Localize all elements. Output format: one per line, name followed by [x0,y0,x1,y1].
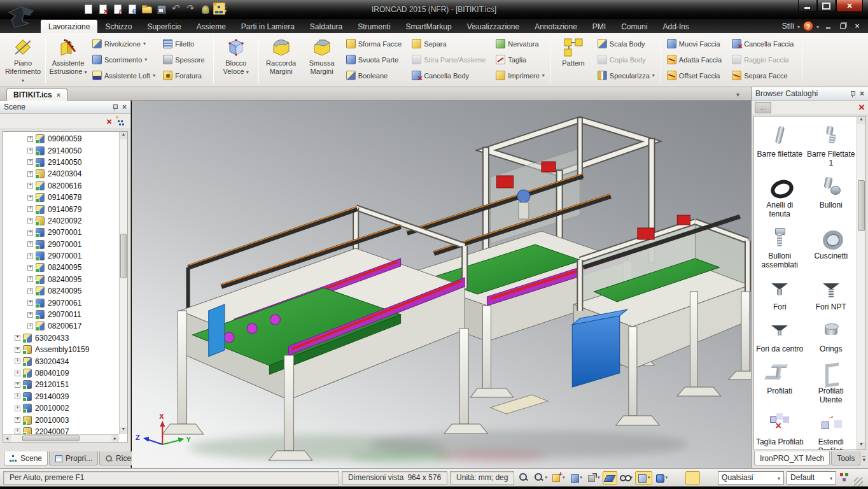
ribbon-small-button[interactable]: Foratura [161,69,209,82]
scroll-left-icon[interactable] [3,435,11,442]
expand-icon[interactable] [15,335,20,341]
status-tool-button[interactable]: ▾ [550,471,567,485]
expand-icon[interactable] [27,276,33,282]
tree-item[interactable]: 09140679 [3,203,119,215]
tree-item[interactable]: 09060059 [3,133,119,145]
scene-horizontal-scrollbar[interactable] [3,434,119,442]
scroll-right-icon[interactable] [111,435,119,442]
tree-item[interactable]: 20010003 [3,414,119,425]
catalog-item[interactable]: Fori NPT [806,273,857,315]
catalog-item[interactable]: Bulloni assemblati [754,222,806,273]
scene-vertical-scrollbar[interactable] [119,132,127,434]
expand-icon[interactable] [15,358,20,364]
tree-item[interactable]: 29070001 [3,250,119,262]
quick-access-icon[interactable] [155,3,167,15]
tree-filter-icon[interactable] [117,118,125,125]
catalog-vertical-scrollbar[interactable] [857,117,865,450]
styles-button[interactable]: Stili [782,22,794,31]
ribbon-small-button[interactable]: Adatta Faccia [665,53,726,66]
expand-icon[interactable] [27,159,33,165]
tree-item[interactable]: 29140050 [3,145,119,156]
tree-item[interactable]: 08240095 [3,285,119,297]
ribbon-tab[interactable]: Strumenti [350,20,398,33]
maximize-button[interactable] [817,0,836,12]
panel-tab[interactable]: Scene [4,451,48,465]
catalog-item[interactable]: Barre filettate [754,120,806,171]
chevron-down-icon[interactable] [778,473,780,482]
quick-access-icon[interactable] [111,3,123,15]
smussa-margini-button[interactable]: SmussaMargini [302,34,342,85]
catalog-tab[interactable]: Tools [831,451,860,465]
ribbon-tab[interactable]: Superficie [139,20,188,33]
ribbon-small-button[interactable]: Nervatura [494,37,547,50]
ribbon-small-button[interactable]: Filetto [161,37,209,50]
ribbon-small-button[interactable]: Cancella Body [410,69,490,82]
expand-icon[interactable] [27,253,33,259]
tree-item[interactable]: 63020433 [3,332,119,344]
tree-item[interactable]: 29120151 [3,379,119,390]
ribbon-small-button[interactable]: Muovi Faccia [665,37,726,50]
ribbon-small-button[interactable]: Assistente Loft▾ [90,69,157,82]
expand-icon[interactable] [27,148,33,153]
catalog-item[interactable]: Barre Filettate 1 [806,120,857,171]
doc-minimize-button[interactable] [822,22,834,31]
ribbon-small-button[interactable]: Raggio Faccia [730,53,798,66]
scroll-up-icon[interactable] [857,117,865,124]
close-button[interactable] [836,0,863,12]
catalog-item[interactable]: Orings [806,315,857,357]
status-tool-button[interactable]: ▾ [568,471,585,485]
catalog-back-icon[interactable] [755,102,771,113]
styles-dropdown-icon[interactable] [797,22,800,31]
catalog-item[interactable]: Fori [754,273,806,315]
quick-access-icon[interactable] [140,3,152,15]
ribbon-tab[interactable]: Visualizzazione [459,20,528,33]
status-tool-button[interactable]: ▾ [635,471,652,485]
scroll-down-icon[interactable] [857,442,865,450]
blocco-veloce-button[interactable]: BloccoVeloce ▾ [216,34,256,85]
expand-icon[interactable] [27,312,33,318]
ribbon-small-button[interactable]: Taglia [494,53,547,66]
expand-icon[interactable] [27,265,33,271]
tree-item[interactable]: 20010002 [3,402,119,414]
catalog-tab[interactable]: IronPRO_XT Mech [754,451,830,465]
scroll-down-icon[interactable] [120,427,127,434]
expand-icon[interactable] [27,241,33,247]
expand-icon[interactable] [27,218,33,223]
status-tool-button[interactable]: ▾ [585,471,602,485]
catalog-tab-overflow-icon[interactable] [862,451,865,464]
ironcad-logo-icon[interactable] [5,2,37,30]
document-tab[interactable]: BITIKIT.ics × [6,89,67,101]
pattern-button[interactable]: Pattern [553,34,594,85]
ribbon-tab[interactable]: Annotazione [527,20,585,33]
document-tab-close-icon[interactable]: × [57,91,60,99]
ribbon-small-button[interactable]: Offset Faccia [665,69,726,82]
status-tool-button[interactable]: ▾ [532,471,549,485]
quick-access-icon[interactable] [125,3,137,15]
ribbon-small-button[interactable]: Scorrimento▾ [90,53,157,66]
tree-item[interactable]: 22040007 [3,426,119,434]
scene-browser-icon[interactable] [839,472,850,483]
ribbon-small-button[interactable]: Cancella Faccia [730,37,798,50]
tree-item[interactable]: 29070011 [3,309,119,320]
ribbon-small-button[interactable]: Copia Body [596,53,657,66]
status-tool-button[interactable]: ▾ [618,471,635,485]
status-tool-button[interactable] [517,471,531,485]
tree-item[interactable]: 24020092 [3,215,119,227]
quick-access-icon[interactable] [169,3,181,15]
ribbon-small-button[interactable]: Scala Body [596,37,657,50]
tree-item[interactable]: 08240095 [3,274,119,285]
tree-item[interactable]: 08200617 [3,320,119,332]
catalog-close-icon[interactable] [858,101,865,114]
catalog-item[interactable]: Estendi Profilati [806,408,857,450]
tree-item[interactable]: 29070001 [3,239,119,250]
chevron-down-icon[interactable] [830,473,832,482]
quick-access-icon[interactable] [81,3,94,15]
expand-icon[interactable] [15,371,20,376]
help-dropdown-icon[interactable] [816,22,819,31]
expand-icon[interactable] [15,393,20,399]
expand-icon[interactable] [27,288,33,294]
pin-icon[interactable] [849,90,856,97]
configuration-combobox[interactable]: Default [787,471,836,485]
panel-tab[interactable]: Propri... [49,451,98,465]
help-icon[interactable]: ? [803,21,813,31]
